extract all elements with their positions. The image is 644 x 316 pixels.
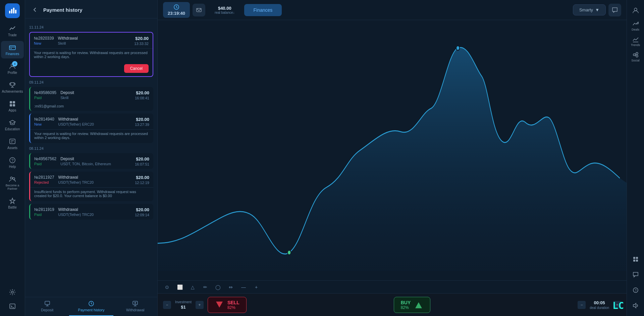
transaction-card: №2811919 Paid Withdrawal USDT(Tether) TR… [29, 204, 153, 220]
tx-left: №2814940 New [34, 117, 54, 126]
tool-circle[interactable]: ◯ [214, 283, 222, 291]
tx-right: $20.00 13:27:39 [135, 117, 149, 127]
transaction-card: №2811927 Rejected Withdrawal USDT(Tether… [29, 172, 153, 201]
tx-email: :mi91@gmail.com [30, 103, 153, 111]
svg-rect-6 [10, 48, 12, 49]
svg-rect-2 [13, 8, 14, 13]
volume-icon [633, 303, 639, 309]
transaction-row: №2811919 Paid Withdrawal USDT(Tether) TR… [30, 204, 153, 220]
social-icon [632, 51, 639, 58]
withdrawal-icon [132, 301, 138, 307]
buy-pct: 82% [401, 305, 411, 310]
sidebar-item-partner[interactable]: Become a Partner [1, 173, 24, 193]
sidebar-item-help[interactable]: ? Help [1, 154, 24, 171]
tool-crosshair[interactable]: ⊙ [163, 283, 171, 291]
buy-button[interactable]: BUY 82% [394, 297, 431, 313]
right-item-trends[interactable]: Trends [629, 34, 643, 48]
svg-marker-49 [633, 303, 636, 308]
right-item-volume[interactable] [629, 299, 643, 313]
svg-text:?: ? [635, 289, 637, 292]
sidebar-item-apps[interactable]: Apps [1, 97, 24, 115]
svg-point-38 [633, 54, 635, 56]
tx-method: USDT(Tether) ERC20 [58, 122, 131, 126]
profile-badge: 4 [12, 61, 17, 66]
sidebar-item-education[interactable]: Education [1, 116, 24, 134]
tx-left: №49567562 Paid [34, 156, 56, 166]
tx-status: Paid [34, 96, 56, 100]
svg-rect-24 [45, 301, 50, 305]
tool-rectangle[interactable]: ⬜ [176, 283, 184, 291]
payment-body: 11.11.24 №2820339 New Withdrawal Skrill … [25, 18, 157, 297]
smarty-arrow: ▼ [595, 7, 599, 12]
envelope-button[interactable] [193, 4, 205, 16]
tx-amount: $20.00 [135, 175, 149, 180]
tab-payment-history[interactable]: Payment history [69, 297, 113, 316]
right-item-chat[interactable] [629, 268, 643, 282]
tx-center: Withdrawal USDT(Tether) ERC20 [54, 117, 135, 126]
tab-withdrawal[interactable]: Withdrawal [113, 297, 157, 316]
balance-button[interactable]: $40.00 real balance↓ [208, 4, 241, 16]
tx-type: Withdrawal [58, 207, 131, 212]
sell-button[interactable]: SELL 82% [208, 297, 247, 313]
tab-deposit[interactable]: Deposit [25, 297, 69, 316]
app-logo[interactable] [5, 3, 20, 18]
right-item-grid[interactable] [629, 252, 643, 266]
tx-type: Deposit [60, 90, 131, 95]
sidebar-item-finances[interactable]: Finances [1, 41, 24, 58]
chart-svg [158, 20, 627, 280]
buy-label-group: BUY 82% [401, 300, 411, 310]
payment-panel: Payment history 11.11.24 №2820339 New Wi… [25, 0, 158, 316]
tool-triangle[interactable]: △ [189, 283, 197, 291]
svg-rect-46 [636, 260, 638, 262]
sell-pct: 82% [227, 305, 239, 310]
tab-payment-history-label: Payment history [78, 308, 105, 312]
sidebar-item-terminal[interactable] [1, 300, 24, 313]
tx-time: 12:09:14 [135, 213, 149, 217]
tx-right: $20.00 12:12:19 [135, 175, 149, 185]
sidebar-item-battle[interactable]: Battle [1, 194, 24, 212]
chart-fill [158, 47, 627, 271]
finances-icon [9, 44, 16, 51]
tx-center: Withdrawal USDT(Tether) TRC20 [54, 175, 135, 184]
tool-arrows[interactable]: ⇔ [227, 283, 235, 291]
finances-button[interactable]: Finances [244, 4, 282, 16]
smarty-button[interactable]: Smarty ▼ [573, 4, 606, 15]
transaction-card: №2814940 New Withdrawal USDT(Tether) ERC… [29, 114, 153, 143]
right-item-social[interactable]: Social [629, 50, 643, 64]
right-item-help[interactable]: ? [629, 283, 643, 297]
svg-line-42 [635, 55, 636, 56]
timer-button[interactable]: 23:19:40 [163, 2, 190, 18]
investment-increase-button[interactable]: + [196, 301, 204, 309]
sidebar-item-settings[interactable] [1, 286, 24, 299]
sidebar-item-trade[interactable]: Trade [1, 22, 24, 40]
tx-left: №2811919 Paid [34, 207, 54, 217]
profile-icon-wrap: 4 [9, 62, 16, 70]
envelope-icon [196, 7, 202, 13]
chat-button[interactable] [608, 4, 621, 16]
tx-type: Withdrawal [58, 117, 131, 122]
svg-point-39 [636, 52, 638, 54]
duration-control: 00:05 deal duration [590, 300, 609, 310]
tx-number: №49567562 [34, 156, 56, 161]
cancel-button[interactable]: Cancel [124, 64, 149, 73]
tx-time: 16:07:51 [135, 162, 149, 166]
svg-point-40 [636, 55, 638, 57]
tx-number: №49586095 [34, 90, 56, 95]
duration-decrease-button[interactable]: − [578, 301, 586, 309]
sidebar-item-label: Education [5, 127, 20, 131]
svg-rect-22 [10, 304, 15, 309]
right-item-user[interactable] [629, 3, 643, 17]
tool-line[interactable]: — [239, 283, 248, 291]
tx-detail: Your request is waiting for review. With… [30, 129, 153, 143]
sidebar-item-assets[interactable]: Assets [1, 135, 24, 152]
sidebar-item-profile[interactable]: 4 Profile [1, 60, 24, 77]
sidebar-item-achievements[interactable]: Achievements [1, 79, 24, 96]
trophy-icon [9, 81, 16, 89]
back-button[interactable] [31, 5, 39, 14]
tool-add[interactable]: + [252, 283, 260, 291]
sell-arrow-icon [215, 300, 224, 310]
tool-pen[interactable]: ✏ [201, 283, 209, 291]
tx-right: $20.00 13:33:32 [134, 36, 149, 46]
investment-decrease-button[interactable]: − [163, 301, 171, 309]
right-item-deals[interactable]: Deals [629, 19, 643, 33]
